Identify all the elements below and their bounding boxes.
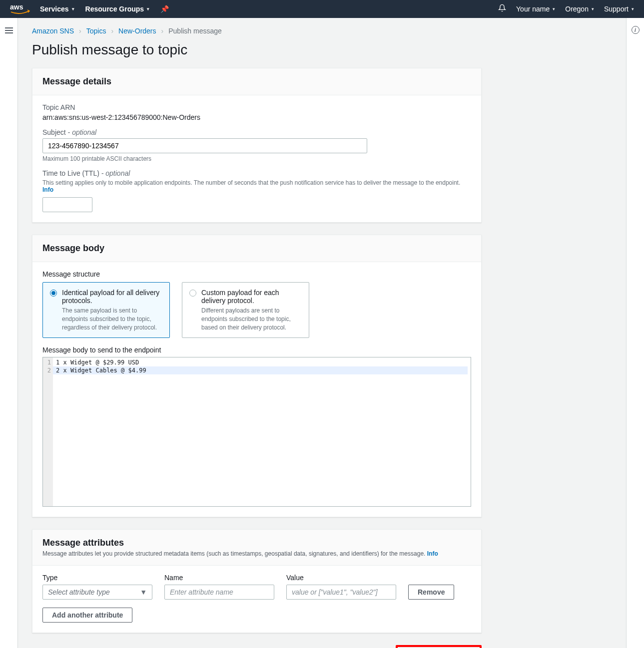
panel-desc: Message attributes let you provide struc… (42, 550, 471, 557)
support-menu[interactable]: Support▾ (604, 5, 634, 13)
attributes-info-link[interactable]: Info (427, 550, 438, 557)
structure-identical-tile[interactable]: Identical payload for all delivery proto… (42, 282, 170, 338)
right-info-toggle[interactable]: i (626, 18, 644, 648)
panel-title: Message body (42, 243, 471, 254)
subject-hint: Maximum 100 printable ASCII characters (42, 155, 471, 162)
panel-title: Message details (42, 76, 471, 87)
breadcrumb-topics[interactable]: Topics (86, 27, 106, 35)
region-menu[interactable]: Oregon▾ (565, 5, 594, 13)
highlight-annotation: Publish message (396, 645, 482, 648)
chevron-right-icon: › (79, 27, 81, 35)
caret-down-icon: ▾ (72, 6, 74, 11)
subject-label: Subject - optional (42, 128, 471, 136)
body-label: Message body to send to the endpoint (42, 346, 471, 354)
services-menu[interactable]: Services▾ (40, 5, 74, 13)
type-label: Type (42, 574, 152, 582)
panel-title: Message attributes (42, 538, 471, 548)
structure-custom-tile[interactable]: Custom payload for each delivery protoco… (182, 282, 309, 338)
breadcrumb: Amazon SNS › Topics › New-Orders › Publi… (32, 27, 612, 35)
breadcrumb-current: Publish message (168, 27, 222, 35)
caret-down-icon: ▾ (592, 6, 594, 11)
editor-line: 1 x Widget @ $29.99 USD (56, 358, 468, 366)
add-attribute-button[interactable]: Add another attribute (42, 608, 132, 623)
ttl-info-link[interactable]: Info (42, 186, 53, 193)
notifications-icon[interactable] (498, 4, 506, 14)
value-label: Value (286, 574, 396, 582)
attribute-type-select[interactable]: Select attribute type▼ (42, 585, 152, 600)
remove-attribute-button[interactable]: Remove (408, 585, 454, 600)
tile-desc: The same payload is sent to endpoints su… (62, 307, 162, 331)
breadcrumb-topic[interactable]: New-Orders (118, 27, 156, 35)
arn-label: Topic ARN (42, 103, 471, 111)
radio-icon (50, 290, 57, 297)
form-actions: Cancel Publish message (32, 645, 482, 648)
tile-title: Custom payload for each delivery protoco… (201, 289, 302, 305)
left-sidebar-toggle[interactable] (0, 18, 18, 648)
tile-desc: Different payloads are sent to endpoints… (201, 307, 302, 331)
radio-icon (189, 290, 196, 297)
tile-title: Identical payload for all delivery proto… (62, 289, 162, 305)
arn-value: arn:aws:sns:us-west-2:123456789000:New-O… (42, 113, 471, 121)
structure-label: Message structure (42, 270, 471, 278)
ttl-label: Time to Live (TTL) - optional (42, 169, 471, 177)
pin-icon[interactable]: 📌 (160, 5, 169, 13)
aws-logo[interactable]: aws (10, 3, 30, 14)
ttl-input[interactable] (42, 197, 92, 212)
page-title: Publish message to topic (32, 42, 612, 58)
attribute-name-input[interactable] (164, 585, 274, 600)
chevron-right-icon: › (161, 27, 164, 35)
name-label: Name (164, 574, 274, 582)
resource-groups-menu[interactable]: Resource Groups▾ (85, 5, 149, 13)
line-gutter: 12 (43, 357, 53, 506)
attribute-value-input[interactable] (286, 585, 396, 600)
chevron-right-icon: › (111, 27, 113, 35)
caret-down-icon: ▾ (147, 6, 149, 11)
message-attributes-panel: Message attributes Message attributes le… (32, 529, 482, 633)
caret-down-icon: ▾ (632, 6, 634, 11)
top-nav: aws Services▾ Resource Groups▾ 📌 Your na… (0, 0, 644, 18)
message-body-panel: Message body Message structure Identical… (32, 235, 482, 517)
info-icon: i (632, 26, 640, 34)
message-details-panel: Message details Topic ARN arn:aws:sns:us… (32, 68, 482, 223)
caret-down-icon: ▼ (140, 588, 147, 596)
subject-input[interactable] (42, 138, 367, 153)
hamburger-icon (5, 26, 13, 648)
caret-down-icon: ▾ (553, 6, 555, 11)
message-body-editor[interactable]: 12 1 x Widget @ $29.99 USD 2 x Widget Ca… (42, 357, 471, 507)
svg-text:aws: aws (10, 3, 23, 11)
ttl-hint: This setting applies only to mobile appl… (42, 179, 471, 193)
account-menu[interactable]: Your name▾ (516, 5, 555, 13)
breadcrumb-sns[interactable]: Amazon SNS (32, 27, 74, 35)
editor-line: 2 x Widget Cables @ $4.99 (53, 366, 468, 374)
